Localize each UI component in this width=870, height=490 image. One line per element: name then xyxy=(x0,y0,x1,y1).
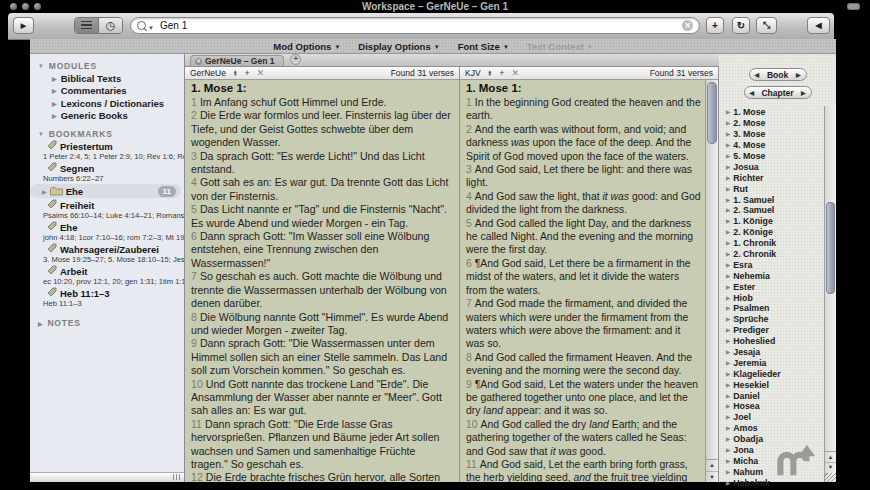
scroll-up-icon[interactable]: ▲ xyxy=(825,452,836,462)
menu-item-mod-options[interactable]: Mod Options▼ xyxy=(273,41,340,52)
gerneue-text-body[interactable]: 1. Mose 1: 1Im Anfang schuf Gott Himmel … xyxy=(185,80,459,482)
close-tab-icon[interactable]: ✕ xyxy=(195,58,202,65)
scrollbar-thumb[interactable] xyxy=(826,202,835,294)
book-item-spr-che[interactable]: ▶Sprüche xyxy=(726,314,836,325)
book-item-amos[interactable]: ▶Amos xyxy=(726,423,836,434)
chapter-nav-label[interactable]: Chapter xyxy=(761,88,793,98)
book-item-esra[interactable]: ▶Esra xyxy=(726,259,836,270)
close-pane-button[interactable]: ✕ xyxy=(257,69,265,78)
expand-window-button[interactable]: ⤡ xyxy=(756,17,777,34)
book-item-psalmen[interactable]: ▶Psalmen xyxy=(726,303,836,314)
toolbar-toggle-lozenge-button[interactable] xyxy=(847,3,860,10)
kjv-vertical-scrollbar[interactable]: ▲ ▼ xyxy=(705,80,718,482)
book-item-daniel[interactable]: ▶Daniel xyxy=(726,390,836,401)
menu-item-font-size[interactable]: Font Size▼ xyxy=(458,41,509,52)
book-item-hoheslied[interactable]: ▶Hoheslied xyxy=(726,336,836,347)
book-item-2-k-nige[interactable]: ▶2. Könige xyxy=(726,227,836,238)
search-menu-chevron-icon[interactable]: ▼ xyxy=(148,25,154,31)
book-item-3-mose[interactable]: ▶3. Mose xyxy=(726,129,836,140)
refresh-button[interactable]: ↻ xyxy=(732,17,750,34)
book-item-4-mose[interactable]: ▶4. Mose xyxy=(726,140,836,151)
book-item-obadja[interactable]: ▶Obadja xyxy=(726,434,836,445)
tab-gerneue-gen1[interactable]: ✕ GerNeUe – Gen 1 xyxy=(190,55,284,66)
book-item-hiob[interactable]: ▶Hiob xyxy=(726,292,836,303)
book-item-1-mose[interactable]: ▶1. Mose xyxy=(726,107,836,118)
sidebar-item-lexicons-dictionaries[interactable]: ▶Lexicons / Dictionaries xyxy=(30,97,184,110)
bookmark-item[interactable]: Ehejohn 4:18; 1cor 7:10–16; rom 7:2–3; M… xyxy=(30,221,184,242)
book-item-prediger[interactable]: ▶Prediger xyxy=(726,325,836,336)
triangle-right-icon: ▶ xyxy=(52,75,57,82)
bookmark-item[interactable]: Heb 11:1–3Heb 11:1–3 xyxy=(30,287,184,308)
bookmark-label: Segnen xyxy=(60,163,94,174)
sidebar-section-modules[interactable]: ▼ MODULES xyxy=(30,60,184,72)
sidebar-section-notes[interactable]: ▶ NOTES xyxy=(30,317,184,329)
bookmark-item[interactable]: FreiheitPsalms 66:10–14; Luke 4:14–21; R… xyxy=(30,199,184,220)
book-item-2-chronik[interactable]: ▶2. Chronik xyxy=(726,249,836,260)
scroll-up-icon[interactable]: ▲ xyxy=(706,460,718,471)
stepper-icon[interactable]: ▲▼ xyxy=(488,70,493,77)
book-item-1-samuel[interactable]: ▶1. Samuel xyxy=(726,194,836,205)
previous-book-icon[interactable]: ◀ xyxy=(755,71,760,78)
new-tab-button[interactable]: + xyxy=(290,54,301,65)
sidebar-horizontal-scrollbar[interactable] xyxy=(30,472,184,482)
close-pane-button[interactable]: ✕ xyxy=(511,69,519,78)
books-vertical-scrollbar[interactable]: ▲ ▼ xyxy=(824,106,836,482)
stepper-icon[interactable]: ▲▼ xyxy=(233,70,238,77)
sidebar-item-biblical-texts[interactable]: ▶Biblical Texts xyxy=(30,72,184,85)
next-chapter-icon[interactable]: ▶ xyxy=(801,89,806,96)
scroll-down-icon[interactable]: ▼ xyxy=(706,471,718,483)
sidebar-section-bookmarks[interactable]: ▼ BOOKMARKS xyxy=(30,128,184,140)
bookmark-item[interactable]: SegnenNumbers 6:22–27 xyxy=(30,162,184,183)
book-item-ester[interactable]: ▶Ester xyxy=(726,281,836,292)
scroll-down-icon[interactable]: ▼ xyxy=(825,462,836,473)
history-view-button[interactable]: ◷ xyxy=(98,18,122,33)
close-window-button[interactable] xyxy=(10,3,17,10)
sidebar-item-generic-books[interactable]: ▶Generic Books xyxy=(30,110,184,123)
verse-number: 10 xyxy=(191,378,206,390)
minimize-window-button[interactable] xyxy=(22,3,29,10)
module-select[interactable]: KJV xyxy=(465,68,481,78)
bookmark-item[interactable]: Wahrsagerei/Zauberei3. Mose 19:25–27; 5.… xyxy=(30,243,184,264)
book-item-klagelieder[interactable]: ▶Klagelieder xyxy=(726,368,836,379)
zoom-window-button[interactable] xyxy=(34,3,41,10)
search-field[interactable]: ▼ Gen 1 ✕ xyxy=(130,17,700,34)
bookmark-item[interactable]: Arbeitec 10:20, prov 12:1, 20; gen 1:31;… xyxy=(30,265,184,286)
sidebar-toggle-button[interactable]: ◀ xyxy=(807,17,830,34)
book-item-hosea[interactable]: ▶Hosea xyxy=(726,401,836,412)
next-book-icon[interactable]: ▶ xyxy=(796,71,801,78)
book-nav-label[interactable]: Book xyxy=(767,70,788,80)
triangle-right-icon: ▶ xyxy=(38,320,43,327)
book-item-hesekiel[interactable]: ▶Hesekiel xyxy=(726,379,836,390)
previous-chapter-icon[interactable]: ◀ xyxy=(750,89,755,96)
book-item-josua[interactable]: ▶Josua xyxy=(726,161,836,172)
triangle-right-icon: ▶ xyxy=(726,447,730,453)
book-item-2-mose[interactable]: ▶2. Mose xyxy=(726,118,836,129)
book-item-nehemia[interactable]: ▶Nehemia xyxy=(726,270,836,281)
search-input[interactable]: Gen 1 xyxy=(160,20,682,31)
instant-details-button[interactable]: ▶ xyxy=(13,17,34,34)
list-view-button[interactable] xyxy=(75,18,98,33)
book-item-rut[interactable]: ▶Rut xyxy=(726,183,836,194)
scrollbar-grip-icon[interactable] xyxy=(173,474,182,480)
book-item-joel[interactable]: ▶Joel xyxy=(726,412,836,423)
book-item-2-samuel[interactable]: ▶2. Samuel xyxy=(726,205,836,216)
sidebar-item-commentaries[interactable]: ▶Commentaries xyxy=(30,85,184,98)
book-item-jesaja[interactable]: ▶Jesaja xyxy=(726,347,836,358)
menu-item-text-context[interactable]: Text Context▼ xyxy=(527,41,593,52)
book-item-jeremia[interactable]: ▶Jeremia xyxy=(726,357,836,368)
menu-item-display-options[interactable]: Display Options▼ xyxy=(358,41,439,52)
add-pane-button[interactable]: + xyxy=(499,69,504,78)
book-item-1-chronik[interactable]: ▶1. Chronik xyxy=(726,238,836,249)
book-item-5-mose[interactable]: ▶5. Mose xyxy=(726,151,836,162)
book-item-richter[interactable]: ▶Richter xyxy=(726,172,836,183)
book-item-1-k-nige[interactable]: ▶1. Könige xyxy=(726,216,836,227)
clear-search-icon[interactable]: ✕ xyxy=(682,20,693,31)
scrollbar-thumb[interactable] xyxy=(707,82,717,144)
add-pane-button[interactable]: + xyxy=(244,69,249,78)
bookmark-item[interactable]: Priestertum1 Peter 2:4, 5; 1 Peter 2:9, … xyxy=(30,140,184,161)
bookmark-folder-ehe[interactable]: ▶Ehe11 xyxy=(30,184,181,198)
module-select[interactable]: GerNeUe xyxy=(190,68,226,78)
window-resize-grip-icon[interactable] xyxy=(824,473,836,482)
kjv-text-body[interactable]: 1. Mose 1: 1In the beginning God created… xyxy=(460,80,718,482)
add-tab-toolbar-button[interactable]: + xyxy=(706,17,724,34)
